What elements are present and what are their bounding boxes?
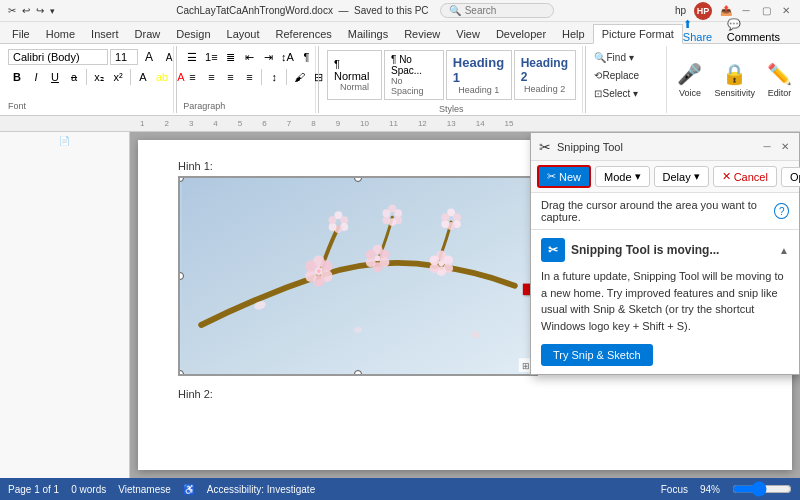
bold-btn[interactable]: B	[8, 68, 26, 86]
subscript-btn[interactable]: x₂	[90, 68, 108, 86]
font-grow-btn[interactable]: A	[140, 48, 158, 66]
align-right-btn[interactable]: ≡	[221, 68, 239, 86]
indent-increase-btn[interactable]: ⇥	[259, 48, 277, 66]
style-heading1[interactable]: Heading 1 Heading 1	[446, 50, 512, 100]
underline-btn[interactable]: U	[46, 68, 64, 86]
multilevel-btn[interactable]: ≣	[221, 48, 239, 66]
snipping-title: Snipping Tool	[557, 141, 623, 153]
find-btn[interactable]: 🔍 Find ▾	[591, 48, 636, 66]
minimize-btn[interactable]: ─	[740, 5, 752, 17]
svg-point-39	[441, 220, 449, 228]
svg-point-40	[441, 213, 449, 221]
tab-layout[interactable]: Layout	[219, 25, 268, 43]
editor-btn[interactable]: ✏️ Editor	[763, 54, 796, 106]
line-spacing-btn[interactable]: ↕	[265, 68, 283, 86]
cancel-x-icon: ✕	[722, 170, 731, 183]
tab-view[interactable]: View	[448, 25, 488, 43]
style-heading2[interactable]: Heading 2 Heading 2	[514, 50, 576, 100]
font-name-input[interactable]	[8, 49, 108, 65]
snipping-close-btn[interactable]: ✕	[779, 141, 791, 153]
tab-mailings[interactable]: Mailings	[340, 25, 396, 43]
close-btn[interactable]: ✕	[780, 5, 792, 17]
svg-point-21	[430, 255, 440, 265]
indent-decrease-btn[interactable]: ⇤	[240, 48, 258, 66]
snipping-cancel-button[interactable]: ✕ Cancel	[713, 166, 777, 187]
tab-picture-format[interactable]: Picture Format	[593, 24, 683, 44]
snipping-delay-button[interactable]: Delay ▾	[654, 166, 709, 187]
show-hide-btn[interactable]: ¶	[297, 48, 315, 66]
cherry-blossom-svg: ⊞	[180, 178, 536, 374]
bullets-btn[interactable]: ☰	[183, 48, 201, 66]
strikethrough-btn[interactable]: a	[65, 68, 83, 86]
tab-home[interactable]: Home	[38, 25, 83, 43]
undo-icon[interactable]: ↩	[22, 5, 30, 16]
title-bar: ✂ ↩ ↪ ▾ CachLayTatCaAnhTrongWord.docx — …	[0, 0, 800, 22]
highlight-btn[interactable]: ab	[153, 68, 171, 86]
share-button[interactable]: ⬆ Share	[683, 18, 719, 43]
separator2	[130, 69, 131, 85]
help-icon[interactable]: ?	[774, 203, 789, 219]
italic-btn[interactable]: I	[27, 68, 45, 86]
search-input[interactable]	[465, 5, 545, 16]
handle-bl[interactable]	[178, 370, 184, 376]
superscript-btn[interactable]: x²	[109, 68, 127, 86]
doc-name: CachLayTatCaAnhTrongWord.docx	[176, 5, 333, 16]
save-status: Saved to this PC	[354, 5, 428, 16]
replace-btn[interactable]: ⟲ Replace	[591, 66, 642, 84]
tab-design[interactable]: Design	[168, 25, 218, 43]
snipping-tool-dialog: ✂ Snipping Tool ─ ✕ ✂ New Mode ▾ Delay ▾	[530, 132, 800, 375]
font-group: A A B I U a x₂ x² A ab A Font	[4, 46, 174, 113]
svg-text:⊞: ⊞	[522, 361, 530, 371]
accessibility-status[interactable]: Accessibility: Investigate	[207, 484, 315, 495]
svg-point-15	[375, 255, 381, 261]
comments-button[interactable]: 💬 Comments	[727, 18, 788, 43]
justify-btn[interactable]: ≡	[240, 68, 258, 86]
snipping-mode-button[interactable]: Mode ▾	[595, 166, 650, 187]
sensitivity-btn[interactable]: 🔒 Sensitivity	[710, 54, 759, 106]
handle-bm[interactable]	[354, 370, 362, 376]
numbering-btn[interactable]: 1≡	[202, 48, 220, 66]
tab-developer[interactable]: Developer	[488, 25, 554, 43]
collapse-chevron-icon[interactable]: ▲	[779, 245, 789, 256]
select-btn[interactable]: ⊡ Select ▾	[591, 84, 641, 102]
styles-group-label: Styles	[439, 102, 464, 114]
tab-references[interactable]: References	[268, 25, 340, 43]
tab-review[interactable]: Review	[396, 25, 448, 43]
select-icon: ⊡	[594, 88, 602, 99]
tab-help[interactable]: Help	[554, 25, 593, 43]
editing-group: 🔍 Find ▾ ⟲ Replace ⊡ Select ▾	[587, 46, 667, 113]
snipping-minimize-btn[interactable]: ─	[761, 141, 773, 153]
try-snip-sketch-button[interactable]: Try Snip & Sketch	[541, 344, 653, 366]
sort-btn[interactable]: ↕A	[278, 48, 296, 66]
tab-file[interactable]: File	[4, 25, 38, 43]
microphone-icon: 🎤	[677, 62, 702, 86]
snipping-options-button[interactable]: Options	[781, 167, 800, 187]
tab-draw[interactable]: Draw	[127, 25, 169, 43]
svg-point-8	[317, 269, 321, 273]
sensitivity-icon: 🔒	[722, 62, 747, 86]
shading-btn[interactable]: 🖌	[290, 68, 308, 86]
dictate-btn[interactable]: 🎤 Voice	[673, 54, 706, 106]
restore-btn[interactable]: ▢	[760, 5, 772, 17]
zoom-slider[interactable]	[732, 484, 792, 494]
page-info: Page 1 of 1	[8, 484, 59, 495]
font-size-input[interactable]	[110, 49, 138, 65]
snipping-moving-header: ✂ Snipping Tool is moving... ▲	[541, 238, 789, 262]
word-count: 0 words	[71, 484, 106, 495]
text-effect-btn[interactable]: A	[134, 68, 152, 86]
snipping-body: ✂ Snipping Tool is moving... ▲ In a futu…	[531, 230, 799, 374]
style-no-spacing[interactable]: ¶ No Spac... No Spacing	[384, 50, 444, 100]
tab-insert[interactable]: Insert	[83, 25, 127, 43]
status-right: Focus 94%	[661, 484, 792, 495]
align-center-btn[interactable]: ≡	[202, 68, 220, 86]
focus-btn[interactable]: Focus	[661, 484, 688, 495]
font-shrink-btn[interactable]: A	[160, 48, 178, 66]
snipping-new-button[interactable]: ✂ New	[537, 165, 591, 188]
ribbon-tabs: File Home Insert Draw Design Layout Refe…	[0, 22, 800, 44]
redo-icon[interactable]: ↪	[36, 5, 44, 16]
scissors-new-icon: ✂	[547, 170, 556, 183]
style-normal[interactable]: ¶ Normal Normal	[327, 50, 382, 100]
figure-image[interactable]: ⊞	[178, 176, 538, 376]
align-left-btn[interactable]: ≡	[183, 68, 201, 86]
separator3	[261, 69, 262, 85]
